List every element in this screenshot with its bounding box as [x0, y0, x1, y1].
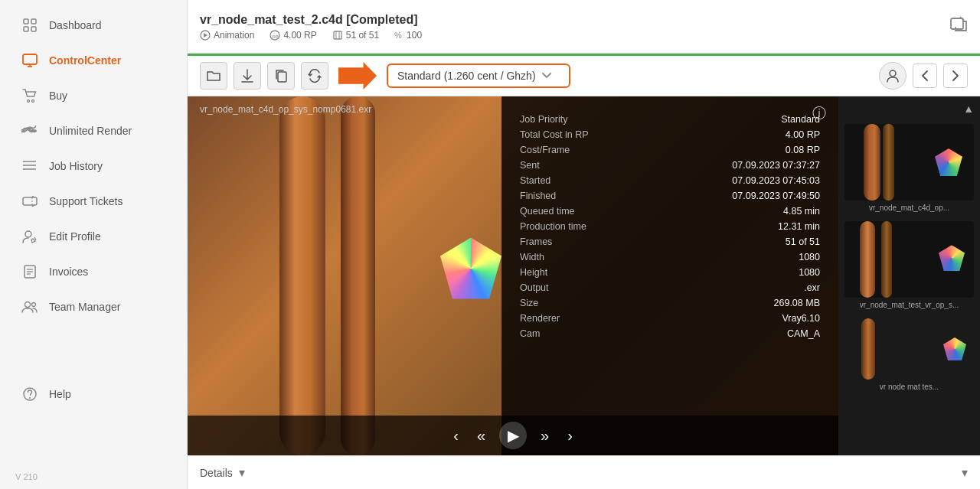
thumbnail-label: vr node mat tes...: [844, 383, 974, 391]
sidebar-item-label: Edit Profile: [49, 230, 101, 243]
info-row-frames: Frames 51 of 51: [520, 234, 820, 249]
collapse-button[interactable]: ▲: [963, 103, 974, 115]
preview-area: vr_node_mat_c4d_op_sys_nomp0681.exr ⓘ Jo…: [188, 96, 838, 455]
preview-image: Job Priority Standard Total Cost in RP 4…: [188, 96, 838, 455]
svg-point-23: [25, 302, 31, 308]
chevron-down-icon: ▾: [239, 465, 245, 480]
user-button[interactable]: [879, 62, 906, 90]
tube-left: [279, 96, 325, 455]
info-label: Production time: [520, 221, 586, 232]
playback-controls: ‹ « ▶ » ›: [188, 416, 838, 455]
sidebar-item-help[interactable]: Help: [6, 377, 181, 411]
header-action-icon[interactable]: [949, 15, 968, 38]
thumbnail-label: vr_node_mat_test_vr_op_s...: [844, 301, 974, 309]
monitor-icon: [21, 52, 38, 69]
frames-icon: [332, 30, 343, 41]
info-label: Queued time: [520, 206, 575, 217]
rp-label: RP 4.00 RP: [270, 30, 316, 41]
info-button[interactable]: ⓘ: [812, 104, 826, 122]
info-value-finished: 07.09.2023 07:49:50: [732, 191, 820, 201]
copy-button[interactable]: [267, 62, 295, 90]
info-row-queued: Queued time 4.85 min: [520, 204, 820, 219]
info-value: .exr: [804, 282, 820, 293]
next-frame-button[interactable]: ›: [563, 425, 577, 446]
rp-icon: RP: [270, 30, 280, 41]
render-type-dropdown[interactable]: Standard (1.260 cent / Ghzh): [387, 64, 570, 88]
grid-icon: [21, 17, 38, 34]
svg-rect-34: [951, 18, 963, 29]
sidebar-item-jobhistory[interactable]: Job History: [6, 149, 181, 183]
play-button[interactable]: ▶: [499, 422, 527, 449]
folder-icon: [207, 70, 220, 82]
sidebar-item-invoices[interactable]: Invoices: [6, 255, 181, 289]
svg-point-8: [32, 100, 34, 103]
svg-rect-2: [24, 27, 28, 31]
chevron-left-icon: [921, 70, 929, 81]
gem-object: [433, 230, 509, 307]
bottom-chevron-right[interactable]: ▾: [962, 465, 968, 480]
thumbnail-item[interactable]: vr_node_mat_test_vr_op_s...: [844, 221, 974, 309]
svg-point-13: [23, 165, 24, 166]
chevron-down-icon-right: ▾: [962, 466, 968, 479]
percent-icon: %: [394, 30, 403, 41]
nav-prev-button[interactable]: [913, 64, 937, 88]
sidebar-item-controlcenter[interactable]: ControlCenter: [6, 44, 181, 77]
thumbnail-label: vr_node_mat_c4d_op...: [844, 204, 974, 212]
info-label: Frames: [520, 236, 552, 247]
bottom-bar: Details ▾ ▾: [188, 455, 980, 489]
copy-icon: [275, 69, 287, 83]
info-value: 51 of 51: [786, 236, 820, 247]
fast-forward-button[interactable]: »: [536, 425, 554, 446]
info-label: Size: [520, 298, 538, 308]
sidebar-item-support[interactable]: Support Tickets: [6, 184, 181, 218]
toolbar: Standard (1.260 cent / Ghzh): [188, 56, 980, 96]
info-row-finished: Finished 07.09.2023 07:49:50: [520, 188, 820, 204]
details-section[interactable]: Details ▾: [200, 465, 245, 480]
prev-frame-button[interactable]: ‹: [449, 425, 463, 446]
rewind-button[interactable]: «: [472, 425, 490, 446]
info-row-costframe: Cost/Frame 0.08 RP: [520, 142, 820, 158]
thumbnail-panel: ▲ vr_node_mat_c4d_op... v: [838, 96, 980, 455]
arrow-icon-container: [335, 62, 381, 90]
sidebar-item-label: Invoices: [49, 266, 88, 278]
info-row-width: Width 1080: [520, 249, 820, 265]
info-row-size: Size 269.08 MB: [520, 295, 820, 311]
cart-icon: [21, 87, 38, 104]
info-value: 269.08 MB: [774, 298, 820, 308]
tube-right: [341, 96, 375, 455]
thumbnail-item[interactable]: vr node mat tes...: [844, 318, 974, 391]
info-row-started: Started 07.09.2023 07:45:03: [520, 173, 820, 188]
sidebar-item-team[interactable]: Team Manager: [6, 290, 181, 324]
info-value: 0.08 RP: [786, 145, 820, 155]
info-row-totalcost: Total Cost in RP 4.00 RP: [520, 127, 820, 142]
chevron-down-icon: [542, 73, 551, 79]
refresh-button[interactable]: [301, 62, 328, 90]
info-value: 1080: [799, 252, 820, 262]
header-left: vr_node_mat_test_2.c4d [Completed] Anima…: [200, 13, 422, 41]
sidebar-item-dashboard[interactable]: Dashboard: [6, 8, 181, 42]
external-link-icon: [949, 15, 968, 34]
animation-label: Animation: [200, 30, 254, 41]
sidebar-item-buy[interactable]: Buy: [6, 79, 181, 112]
sidebar-item-editprofile[interactable]: Edit Profile: [6, 220, 181, 253]
info-value: 4.85 min: [783, 206, 820, 217]
svg-point-37: [890, 70, 896, 77]
nav-next-button[interactable]: [943, 64, 968, 88]
info-label: Job Priority: [520, 114, 568, 125]
svg-point-24: [32, 303, 36, 307]
frames-label: 51 of 51: [332, 30, 379, 41]
svg-point-12: [23, 161, 24, 162]
preview-filename: vr_node_mat_c4d_op_sys_nomp0681.exr: [200, 104, 371, 115]
folder-button[interactable]: [200, 62, 227, 90]
header: vr_node_mat_test_2.c4d [Completed] Anima…: [188, 0, 980, 54]
info-label-started: Started: [520, 175, 550, 186]
sidebar-item-label: Team Manager: [49, 301, 120, 313]
sidebar-item-unlimited[interactable]: Unlimited Render: [6, 114, 181, 148]
header-meta: Animation RP 4.00 RP 51 of 51 % 100: [200, 30, 422, 41]
thumbnail-item[interactable]: vr_node_mat_c4d_op...: [844, 124, 974, 212]
info-row-jobpriority: Job Priority Standard: [520, 112, 820, 127]
user-edit-icon: [21, 228, 38, 245]
svg-text:RP: RP: [273, 34, 279, 38]
info-value: 4.00 RP: [786, 129, 820, 140]
download-button[interactable]: [234, 62, 261, 90]
